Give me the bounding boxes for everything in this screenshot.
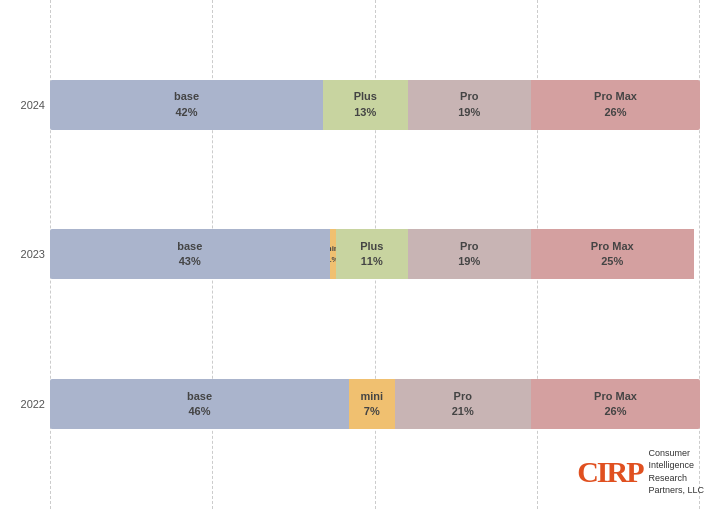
year-row-2024: 2024base42%Plus13%Pro19%Pro Max26% [50,75,700,135]
watermark-line2: Intelligence [648,460,694,470]
segment-promax-2024: Pro Max26% [531,80,700,130]
watermark-line4: Partners, LLC [648,485,704,495]
segment-pro-2023: Pro19% [408,229,532,279]
watermark-text: Consumer Intelligence Research Partners,… [648,447,704,497]
rows-area: 2024base42%Plus13%Pro19%Pro Max26%2023ba… [50,20,700,489]
year-label-2022: 2022 [10,398,45,410]
segment-pro-2024: Pro19% [408,80,532,130]
segment-plus-2023: Plus11% [336,229,408,279]
segment-base-2023: base43% [50,229,330,279]
segment-promax-2023: Pro Max25% [531,229,694,279]
bar-track-2023: base43%mini1%Plus11%Pro19%Pro Max25% [50,229,700,279]
watermark-line1: Consumer [648,448,690,458]
segment-base-2024: base42% [50,80,323,130]
segment-pro-2022: Pro21% [395,379,532,429]
year-row-2023: 2023base43%mini1%Plus11%Pro19%Pro Max25% [50,224,700,284]
watermark-line3: Research [648,473,687,483]
year-label-2023: 2023 [10,248,45,260]
segment-plus-2024: Plus13% [323,80,408,130]
segment-mini-2022: mini7% [349,379,395,429]
watermark-logo: CIRP [577,457,642,487]
segment-promax-2022: Pro Max26% [531,379,700,429]
bar-track-2022: base46%mini7%Pro21%Pro Max26% [50,379,700,429]
bar-track-2024: base42%Plus13%Pro19%Pro Max26% [50,80,700,130]
chart-container: 2024base42%Plus13%Pro19%Pro Max26%2023ba… [0,0,720,509]
segment-base-2022: base46% [50,379,349,429]
year-row-2022: 2022base46%mini7%Pro21%Pro Max26% [50,374,700,434]
watermark: CIRP Consumer Intelligence Research Part… [577,447,704,497]
year-label-2024: 2024 [10,99,45,111]
